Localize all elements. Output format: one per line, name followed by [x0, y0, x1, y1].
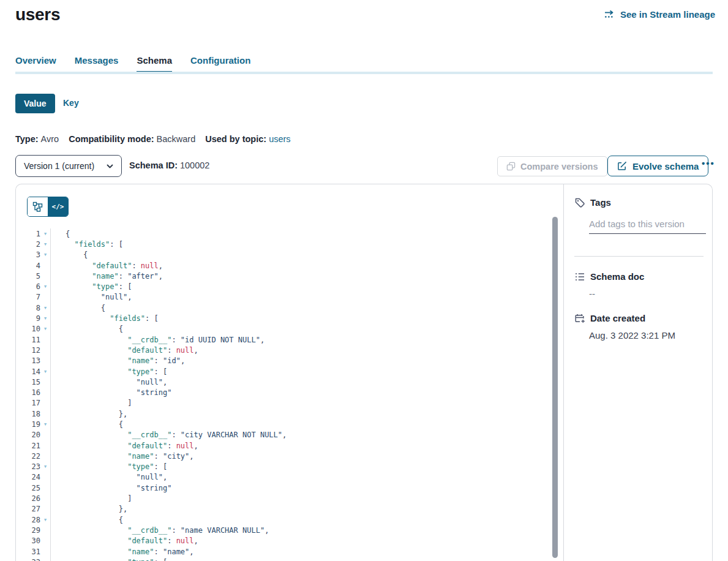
code-line: 23▼ "type": [	[16, 462, 563, 472]
fold-toggle-icon[interactable]: ▼	[40, 369, 50, 374]
code-line: 5 "name": "after",	[16, 271, 563, 281]
fold-toggle-icon[interactable]: ▼	[40, 326, 50, 331]
code-line: 6▼ "type": [	[16, 281, 563, 292]
schema-id-value: 100002	[180, 160, 209, 170]
code-line: 15 "null",	[16, 377, 563, 387]
version-select[interactable]: Version 1 (current)	[15, 155, 122, 177]
compatibility-label: Compatibility mode:	[69, 134, 154, 144]
tab-schema[interactable]: Schema	[137, 55, 172, 71]
code-text: "fields": [	[50, 239, 123, 249]
code-line: 21 "default": null,	[16, 440, 563, 451]
line-number: 8	[16, 304, 40, 312]
compare-versions-label: Compare versions	[520, 162, 598, 171]
evolve-schema-button[interactable]: Evolve schema	[607, 156, 708, 176]
code-text: {	[50, 228, 70, 239]
code-text: },	[50, 409, 127, 419]
code-text: {	[50, 303, 105, 313]
code-text: "default": null,	[50, 440, 198, 451]
tag-icon	[574, 197, 585, 208]
line-number: 26	[16, 494, 40, 503]
line-number: 23	[16, 462, 40, 471]
topic-link[interactable]: users	[269, 134, 290, 144]
code-line: 28▼ {	[16, 514, 563, 525]
stream-lineage-label: See in Stream lineage	[620, 9, 715, 20]
fold-toggle-icon[interactable]: ▼	[40, 232, 50, 236]
tab-overview[interactable]: Overview	[15, 55, 56, 71]
compare-icon	[506, 162, 516, 171]
tags-input[interactable]	[589, 216, 706, 234]
code-view-icon: </>	[52, 203, 64, 211]
fold-toggle-icon[interactable]: ▼	[40, 242, 50, 247]
code-line: 7 "null",	[16, 292, 563, 303]
line-number: 30	[16, 537, 40, 545]
fold-toggle-icon[interactable]: ▼	[40, 518, 50, 522]
line-number: 6	[16, 282, 40, 291]
code-line: 9▼ "fields": [	[16, 313, 563, 323]
code-line: 2▼ "fields": [	[16, 239, 563, 249]
code-line: 19▼ {	[16, 419, 563, 429]
line-number: 21	[16, 442, 40, 450]
code-view-button[interactable]: </>	[48, 197, 68, 216]
tree-view-button[interactable]	[28, 197, 48, 216]
sidebar-divider	[574, 256, 704, 257]
schema-id-label: Schema ID:	[129, 160, 178, 170]
line-number: 25	[16, 484, 40, 492]
schema-code-editor[interactable]: 1▼{2▼ "fields": [3▼ {4 "default": null,5…	[16, 228, 563, 561]
code-line: 24 "null",	[16, 472, 563, 483]
fold-toggle-icon[interactable]: ▼	[40, 284, 50, 289]
compare-versions-button[interactable]: Compare versions	[497, 156, 607, 176]
code-text: "type": [	[50, 557, 167, 561]
line-number: 19	[16, 420, 40, 429]
fold-toggle-icon[interactable]: ▼	[40, 306, 50, 311]
stream-lineage-link[interactable]: See in Stream lineage	[604, 9, 715, 20]
schema-sidebar: Tags Schema doc --	[563, 184, 713, 561]
code-line: 18 },	[16, 409, 563, 419]
tab-messages[interactable]: Messages	[75, 55, 119, 71]
code-text: },	[50, 504, 127, 514]
fold-toggle-icon[interactable]: ▼	[40, 422, 50, 427]
code-text: "name": "after",	[50, 271, 163, 281]
fold-toggle-icon[interactable]: ▼	[40, 252, 50, 257]
code-text: "type": [	[50, 366, 167, 377]
fold-toggle-icon[interactable]: ▼	[40, 464, 50, 469]
code-text: "fields": [	[50, 313, 159, 323]
date-created-title: Date created	[590, 313, 645, 323]
tags-section-header: Tags	[574, 197, 611, 208]
stream-lineage-icon	[604, 10, 616, 20]
code-text: "type": [	[50, 462, 167, 472]
code-text: ]	[50, 398, 132, 409]
editor-scrollbar[interactable]	[552, 217, 558, 558]
used-by-topic-field: Used by topic:users	[205, 134, 290, 144]
version-select-value: Version 1 (current)	[24, 161, 94, 171]
code-line: 10▼ {	[16, 324, 563, 334]
schema-doc-value: --	[589, 288, 595, 299]
code-line: 20 "__crdb__": "city VARCHAR NOT NULL",	[16, 430, 563, 440]
line-number: 7	[16, 293, 40, 301]
schema-panel: </> 1▼{2▼ "fields": [3▼ {4 "default": nu…	[15, 184, 713, 561]
code-line: 26 ]	[16, 493, 563, 503]
code-line: 32▼ "type": [	[16, 557, 563, 561]
code-line: 1▼{	[16, 228, 563, 239]
code-text: "name": "name",	[50, 546, 194, 557]
key-toggle-button[interactable]: Key	[63, 98, 79, 108]
tab-configuration[interactable]: Configuration	[190, 55, 250, 71]
code-line: 17 ]	[16, 398, 563, 409]
value-toggle-button[interactable]: Value	[15, 94, 55, 113]
code-line: 25 "string"	[16, 483, 563, 493]
tags-title: Tags	[590, 197, 611, 208]
code-text: {	[50, 514, 123, 525]
evolve-schema-label: Evolve schema	[632, 161, 699, 171]
code-line: 4 "default": null,	[16, 260, 563, 271]
schema-doc-title: Schema doc	[590, 271, 644, 282]
code-line: 8▼ {	[16, 303, 563, 313]
schema-doc-section-header: Schema doc	[574, 271, 644, 282]
tab-bar: OverviewMessagesSchemaConfiguration	[15, 55, 269, 71]
code-text: "name": "id",	[50, 356, 185, 366]
more-actions-button[interactable]: •••	[702, 158, 715, 168]
date-created-section-header: Date created	[574, 313, 645, 324]
compatibility-field: Compatibility mode:Backward	[69, 134, 195, 144]
type-value: Avro	[41, 134, 59, 144]
code-text: "type": [	[50, 281, 132, 292]
code-text: "default": null,	[50, 345, 198, 355]
fold-toggle-icon[interactable]: ▼	[40, 316, 50, 321]
